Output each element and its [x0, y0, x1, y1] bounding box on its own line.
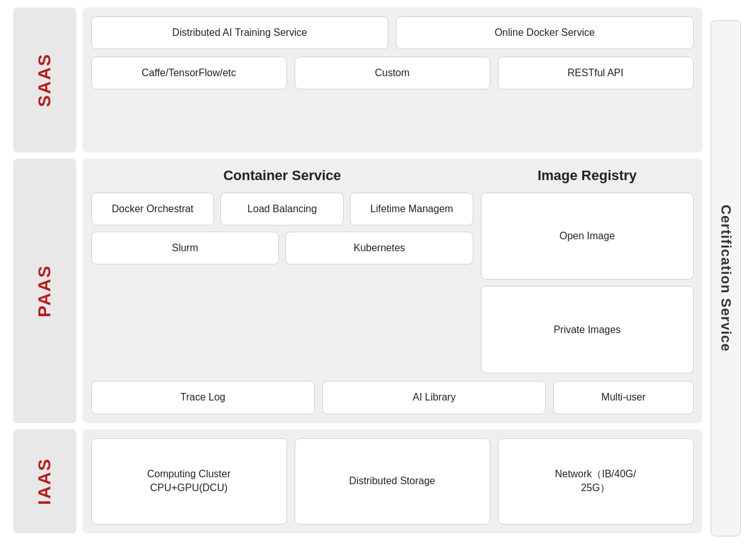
restful-api-card: RESTful API	[498, 57, 694, 89]
lifetime-managem-card: Lifetime Managem	[350, 193, 473, 225]
iaas-label: IAAS	[13, 429, 76, 533]
saas-row1: Distributed AI Training Service Online D…	[91, 16, 694, 49]
container-row2: Slurm Kubernetes	[91, 232, 474, 264]
image-registry-title: Image Registry	[481, 167, 694, 184]
content-column: Distributed AI Training Service Online D…	[82, 8, 702, 549]
custom-card: Custom	[295, 57, 490, 89]
distributed-ai-training-card: Distributed AI Training Service	[91, 16, 389, 49]
saas-section: Distributed AI Training Service Online D…	[82, 8, 702, 152]
load-balancing-card: Load Balancing	[220, 193, 344, 225]
caffe-tensorflow-card: Caffe/TensorFlow/etc	[91, 57, 287, 89]
main-container: SAAS PAAS IAAS Distributed AI Training S…	[13, 8, 743, 549]
layers-column: SAAS PAAS IAAS	[13, 8, 76, 549]
cert-column: Certification Service	[709, 8, 743, 549]
ai-library-card: AI Library	[322, 381, 546, 414]
container-service: Container Service Docker Orchestrat Load…	[91, 167, 474, 374]
saas-label: SAAS	[13, 8, 76, 152]
container-service-title: Container Service	[91, 167, 474, 184]
kubernetes-card: Kubernetes	[285, 232, 473, 264]
container-row1: Docker Orchestrat Load Balancing Lifetim…	[91, 193, 474, 225]
saas-row2: Caffe/TensorFlow/etc Custom RESTful API	[91, 57, 694, 89]
slurm-card: Slurm	[91, 232, 279, 264]
cert-label: Certification Service	[711, 20, 741, 536]
paas-bottom-row: Trace Log AI Library Multi-user	[91, 381, 694, 414]
distributed-storage-card: Distributed Storage	[295, 438, 490, 525]
open-image-card: Open Image	[481, 193, 694, 280]
iaas-row: Computing Cluster CPU+GPU(DCU) Distribut…	[91, 438, 694, 525]
image-registry: Image Registry Open Image Private Images	[481, 167, 694, 374]
docker-orchestrat-card: Docker Orchestrat	[91, 193, 215, 225]
trace-log-card: Trace Log	[91, 381, 315, 414]
online-docker-card: Online Docker Service	[396, 16, 694, 49]
computing-cluster-card: Computing Cluster CPU+GPU(DCU)	[91, 438, 287, 525]
multi-user-card: Multi-user	[553, 381, 693, 414]
paas-section: Container Service Docker Orchestrat Load…	[82, 159, 702, 423]
paas-inner: Container Service Docker Orchestrat Load…	[91, 167, 694, 374]
network-card: Network（IB/40G/ 25G）	[498, 438, 694, 525]
private-images-card: Private Images	[481, 286, 694, 373]
paas-label: PAAS	[13, 159, 76, 423]
iaas-section: Computing Cluster CPU+GPU(DCU) Distribut…	[82, 429, 702, 533]
